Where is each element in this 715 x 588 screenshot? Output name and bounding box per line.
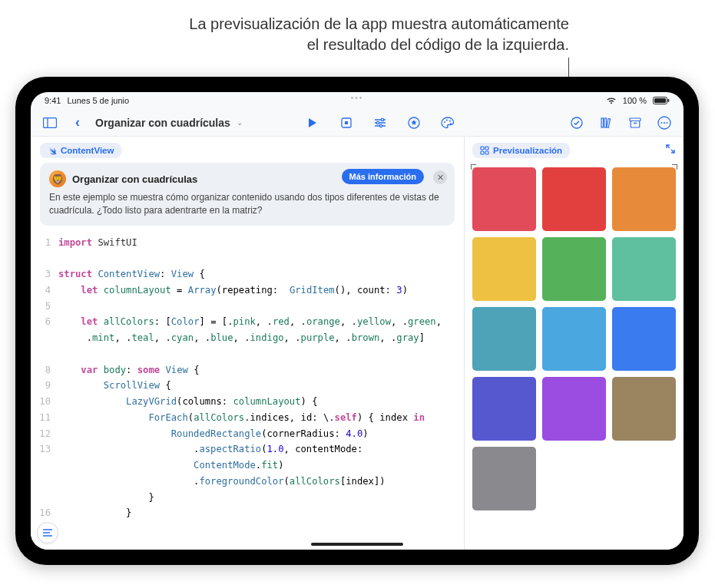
swatch-orange [612, 167, 676, 231]
battery-icon [653, 97, 670, 104]
app-toolbar: ‹ Organizar con cuadrículas ⌄ [31, 109, 684, 137]
svg-point-16 [449, 120, 451, 121]
wifi-icon [606, 97, 617, 104]
svg-rect-6 [345, 121, 348, 124]
figure-annotation: La previsualización de la app muestra au… [0, 14, 715, 55]
svg-rect-34 [481, 151, 484, 154]
back-chevron-icon[interactable]: ‹ [69, 114, 86, 131]
tutorial-avatar-icon: 🦁 [49, 170, 66, 187]
swatch-purple [542, 377, 606, 441]
svg-point-27 [664, 122, 665, 124]
svg-point-14 [444, 121, 445, 123]
ipad-screen: ••• 9:41 Lunes 5 de junio 100 % ‹ Organi… [31, 92, 684, 550]
swatch-green [542, 237, 606, 301]
swatch-indigo [472, 377, 536, 441]
code-editor[interactable]: 1import SwiftUI 3struct ContentView: Vie… [31, 232, 464, 550]
status-date: Lunes 5 de junio [67, 96, 129, 105]
preview-tab-label: Previsualización [493, 146, 562, 155]
swift-icon [48, 146, 57, 155]
svg-point-28 [666, 122, 667, 124]
svg-rect-1 [654, 98, 666, 103]
svg-point-17 [450, 123, 452, 124]
battery-percent: 100 % [623, 96, 647, 105]
svg-rect-20 [604, 118, 607, 127]
swatch-brown [612, 377, 676, 441]
tutorial-info-card: 🦁 Organizar con cuadrículas Más informac… [40, 163, 455, 226]
svg-point-26 [660, 122, 662, 124]
swatch-teal [472, 307, 536, 371]
svg-point-15 [446, 119, 448, 121]
svg-rect-3 [44, 117, 57, 127]
expand-preview-icon[interactable] [665, 144, 676, 157]
swatch-gray [472, 447, 536, 510]
svg-rect-23 [631, 121, 640, 127]
svg-point-10 [376, 121, 379, 124]
svg-rect-19 [601, 118, 604, 127]
swatch-mint [612, 237, 676, 301]
info-card-description: En este ejemplo se muestra cómo organiza… [49, 191, 445, 218]
code-editor-pane: ContentView 🦁 Organizar con cuadrículas … [31, 137, 464, 550]
svg-rect-32 [481, 147, 484, 150]
svg-rect-33 [485, 147, 488, 150]
swatch-yellow [472, 237, 536, 301]
color-grid [472, 167, 676, 510]
file-tab-contentview[interactable]: ContentView [40, 143, 121, 158]
settings-sliders-icon[interactable] [372, 114, 389, 131]
more-info-button[interactable]: Más información [342, 169, 424, 184]
svg-point-8 [381, 118, 383, 121]
doc-outline-button[interactable] [37, 522, 58, 543]
preview-pane: Previsualización [464, 137, 684, 550]
swatch-cyan [542, 307, 606, 371]
check-circle-icon[interactable] [568, 114, 585, 131]
annotation-line2: el resultado del código de la izquierda. [307, 36, 569, 53]
status-time: 9:41 [45, 96, 61, 105]
annotation-line1: La previsualización de la app muestra au… [189, 15, 569, 32]
swatch-red [542, 167, 606, 231]
star-circle-icon[interactable] [405, 114, 422, 131]
archive-box-icon[interactable] [627, 114, 644, 131]
library-icon[interactable] [597, 114, 614, 131]
project-dropdown-icon[interactable]: ⌄ [237, 118, 243, 127]
palette-icon[interactable] [439, 114, 456, 131]
preview-canvas[interactable] [465, 164, 684, 550]
svg-rect-21 [607, 118, 611, 127]
swatch-blue [612, 307, 676, 371]
file-tab-label: ContentView [61, 146, 114, 155]
run-play-icon[interactable] [304, 114, 321, 131]
svg-rect-2 [668, 99, 670, 102]
svg-point-12 [379, 124, 382, 127]
project-title: Organizar con cuadrículas [95, 117, 230, 129]
stop-icon[interactable] [338, 114, 355, 131]
multitask-dots-icon[interactable]: ••• [348, 94, 366, 102]
home-indicator[interactable] [311, 543, 403, 546]
close-card-button[interactable]: ✕ [433, 170, 447, 184]
info-card-title: Organizar con cuadrículas [72, 173, 197, 185]
swatch-pink [472, 167, 536, 231]
svg-rect-35 [485, 151, 488, 154]
sidebar-toggle-icon[interactable] [41, 114, 58, 131]
more-circle-icon[interactable] [656, 114, 673, 131]
preview-tab[interactable]: Previsualización [472, 143, 570, 158]
preview-grid-icon [480, 146, 489, 155]
ipad-device-frame: ••• 9:41 Lunes 5 de junio 100 % ‹ Organi… [15, 77, 699, 565]
